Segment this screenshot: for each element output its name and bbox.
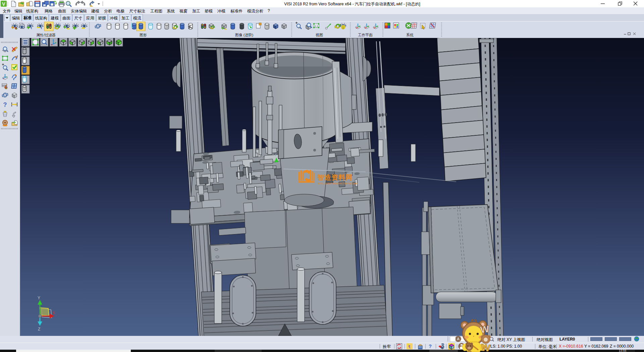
svg-text:1:1: 1:1 [314, 25, 318, 28]
svg-text:INTELLIGENT MANUFACTURING DATA: INTELLIGENT MANUFACTURING DATA [318, 182, 358, 185]
svg-text:属性/过滤器: 属性/过滤器 [36, 33, 56, 37]
svg-text:W: W [481, 342, 491, 352]
svg-text:X: X [52, 311, 55, 315]
svg-text:?: ? [3, 101, 7, 108]
svg-text:Z: Z [38, 327, 40, 332]
svg-text:工作平面: 工作平面 [358, 33, 373, 37]
svg-text:V: V [2, 1, 5, 7]
svg-text:W: W [480, 323, 490, 335]
svg-text:Y: Y [38, 296, 40, 300]
svg-text:图形: 图形 [140, 33, 147, 37]
svg-text:视图: 视图 [316, 33, 323, 37]
svg-text:智造资料网: 智造资料网 [317, 174, 353, 181]
svg-text:图像 (进阶): 图像 (进阶) [235, 33, 253, 37]
svg-text:系统: 系统 [406, 33, 414, 37]
svg-text:Y: Y [274, 152, 277, 157]
